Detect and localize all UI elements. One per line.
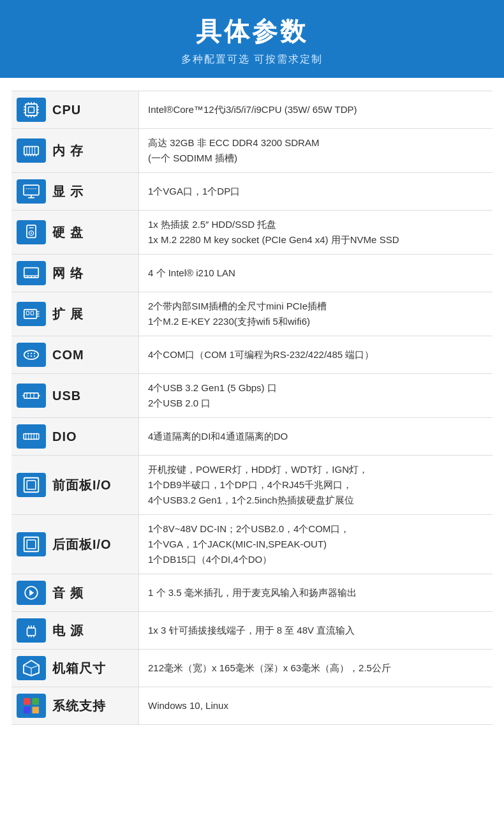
spec-value-line: 4个USB 3.2 Gen1 (5 Gbps) 口 <box>148 382 277 393</box>
spec-label-dimensions: 机箱尺寸 <box>11 650 139 687</box>
dimensions-icon <box>17 656 46 680</box>
svg-point-43 <box>24 350 38 359</box>
page-title: 具体参数 <box>6 14 498 49</box>
spec-value-inner-display: 1个VGA口，1个DP口 <box>148 184 484 199</box>
spec-label-rear-io: 后面板I/O <box>11 515 139 574</box>
svg-point-44 <box>27 353 29 354</box>
spec-row-dimensions: 机箱尺寸212毫米（宽）x 165毫米（深）x 63毫米（高），2.5公斤 <box>11 650 493 687</box>
spec-label-text-usb: USB <box>52 389 81 403</box>
os-icon <box>17 694 46 718</box>
spec-value-rear-io: 1个8V~48V DC-IN；2个USB2.0，4个COM口，1个VGA，1个J… <box>139 515 493 574</box>
svg-line-79 <box>31 666 39 669</box>
spec-value-line: 2个带内部SIM插槽的全尺寸mini PCIe插槽 <box>148 301 327 311</box>
svg-point-49 <box>34 355 35 357</box>
spec-value-os: Windows 10, Linux <box>139 687 493 724</box>
svg-line-78 <box>24 666 31 669</box>
spec-value-com: 4个COM口（COM 1可编程为RS-232/422/485 端口） <box>139 336 493 373</box>
spec-value-line: 1个DB9半破口，1个DP口，4个RJ45千兆网口， <box>148 479 352 490</box>
dio-icon <box>17 424 46 449</box>
spec-value-usb: 4个USB 3.2 Gen1 (5 Gbps) 口2个USB 2.0 口 <box>139 374 493 417</box>
display-icon <box>17 179 46 204</box>
spec-label-text-display: 显 示 <box>52 183 84 200</box>
svg-rect-50 <box>24 393 38 398</box>
spec-value-line: 1x 3 针可插拔接线端子，用于 8 至 48V 直流输入 <box>148 625 355 636</box>
spec-label-text-memory: 内 存 <box>52 142 84 160</box>
header: 具体参数 多种配置可选 可按需求定制 <box>0 0 504 78</box>
svg-rect-82 <box>33 698 40 705</box>
spec-label-storage: 硬 盘 <box>11 211 139 254</box>
spec-row-cpu: CPUIntel®Core™12代i3/i5/i7/i9CPU (35W/ 65… <box>11 91 493 129</box>
spec-label-os: 系统支持 <box>11 687 139 724</box>
spec-value-line: (一个 SODIMM 插槽) <box>148 153 237 163</box>
specs-container: CPUIntel®Core™12代i3/i5/i7/i9CPU (35W/ 65… <box>0 78 504 743</box>
spec-value-inner-usb: 4个USB 3.2 Gen1 (5 Gbps) 口2个USB 2.0 口 <box>148 380 484 411</box>
svg-rect-39 <box>31 311 33 315</box>
front-io-icon <box>17 473 46 497</box>
storage-icon <box>17 220 46 244</box>
svg-rect-38 <box>26 311 29 315</box>
spec-label-expansion: 扩 展 <box>11 292 139 336</box>
svg-rect-37 <box>24 309 37 318</box>
spec-value-display: 1个VGA口，1个DP口 <box>139 173 493 210</box>
spec-value-inner-dimensions: 212毫米（宽）x 165毫米（深）x 63毫米（高），2.5公斤 <box>148 660 484 676</box>
spec-value-line: 1 个 3.5 毫米插孔，用于麦克风输入和扬声器输出 <box>148 587 357 598</box>
spec-value-audio: 1 个 3.5 毫米插孔，用于麦克风输入和扬声器输出 <box>139 574 493 611</box>
spec-label-text-storage: 硬 盘 <box>52 224 84 241</box>
spec-value-line: 高达 32GB 非 ECC DDR4 3200 SDRAM <box>148 137 319 148</box>
spec-row-os: 系统支持Windows 10, Linux <box>11 687 493 725</box>
memory-icon <box>17 138 46 163</box>
cpu-icon <box>17 98 46 122</box>
spec-value-inner-audio: 1 个 3.5 毫米插孔，用于麦克风输入和扬声器输出 <box>148 585 484 600</box>
spec-value-dio: 4通道隔离的DI和4通道隔离的DO <box>139 418 493 455</box>
spec-row-audio: 音 频1 个 3.5 毫米插孔，用于麦克风输入和扬声器输出 <box>11 574 493 612</box>
svg-rect-66 <box>27 540 36 549</box>
spec-label-network: 网 络 <box>11 255 139 292</box>
spec-row-memory: 内 存高达 32GB 非 ECC DDR4 3200 SDRAM(一个 SODI… <box>11 129 493 173</box>
spec-row-usb: USB4个USB 3.2 Gen1 (5 Gbps) 口2个USB 2.0 口 <box>11 374 493 418</box>
svg-rect-0 <box>26 104 37 115</box>
spec-value-storage: 1x 热插拔 2.5″ HDD/SSD 托盘1x M.2 2280 M key … <box>139 211 493 254</box>
spec-value-line: 2个USB 2.0 口 <box>148 398 211 408</box>
spec-value-line: Windows 10, Linux <box>148 700 228 711</box>
spec-value-line: 1个8V~48V DC-IN；2个USB2.0，4个COM口， <box>148 523 350 534</box>
spec-label-com: COM <box>11 336 139 373</box>
spec-value-line: 1个M.2 E-KEY 2230(支持wifi 5和wifi6) <box>148 316 310 327</box>
spec-label-text-audio: 音 频 <box>52 585 84 602</box>
spec-row-com: COM4个COM口（COM 1可编程为RS-232/422/485 端口） <box>11 336 493 374</box>
svg-point-45 <box>31 353 32 354</box>
spec-value-inner-dio: 4通道隔离的DI和4通道隔离的DO <box>148 429 484 444</box>
spec-value-line: 4通道隔离的DI和4通道隔离的DO <box>148 431 288 442</box>
power-icon <box>17 618 46 643</box>
svg-rect-69 <box>27 628 36 636</box>
svg-rect-81 <box>24 698 31 705</box>
svg-rect-14 <box>24 147 38 155</box>
spec-row-dio: DIO4通道隔离的DI和4通道隔离的DO <box>11 418 493 456</box>
expansion-icon <box>17 302 46 326</box>
spec-value-inner-expansion: 2个带内部SIM插槽的全尺寸mini PCIe插槽1个M.2 E-KEY 223… <box>148 299 484 329</box>
spec-label-text-os: 系统支持 <box>52 697 106 715</box>
svg-rect-1 <box>29 107 34 113</box>
spec-value-inner-com: 4个COM口（COM 1可编程为RS-232/422/485 端口） <box>148 347 484 362</box>
spec-value-line: 1个VGA，1个JACK(MIC-IN,SPEAK-OUT) <box>148 539 327 549</box>
network-icon <box>17 261 46 285</box>
spec-value-line: 1个DB15口（4个DI,4个DO） <box>148 554 272 565</box>
spec-value-inner-power: 1x 3 针可插拔接线端子，用于 8 至 48V 直流输入 <box>148 623 484 638</box>
svg-rect-83 <box>24 707 31 714</box>
spec-label-audio: 音 频 <box>11 574 139 611</box>
spec-label-text-front-io: 前面板I/O <box>52 477 112 494</box>
spec-label-text-dimensions: 机箱尺寸 <box>52 660 106 677</box>
spec-value-dimensions: 212毫米（宽）x 165毫米（深）x 63毫米（高），2.5公斤 <box>139 650 493 687</box>
page-subtitle: 多种配置可选 可按需求定制 <box>6 53 498 66</box>
spec-value-inner-rear-io: 1个8V~48V DC-IN；2个USB2.0，4个COM口，1个VGA，1个J… <box>148 521 484 567</box>
spec-label-text-cpu: CPU <box>52 103 81 117</box>
svg-rect-65 <box>24 537 39 552</box>
audio-icon <box>17 581 46 605</box>
spec-value-line: Intel®Core™12代i3/i5/i7/i9CPU (35W/ 65W T… <box>148 104 357 115</box>
spec-label-text-dio: DIO <box>52 429 77 444</box>
spec-value-front-io: 开机按键，POWER灯，HDD灯，WDT灯，IGN灯，1个DB9半破口，1个DP… <box>139 456 493 514</box>
spec-value-power: 1x 3 针可插拔接线端子，用于 8 至 48V 直流输入 <box>139 612 493 649</box>
rear-io-icon <box>17 532 46 556</box>
spec-value-expansion: 2个带内部SIM插槽的全尺寸mini PCIe插槽1个M.2 E-KEY 223… <box>139 292 493 336</box>
spec-label-text-com: COM <box>52 348 84 362</box>
spec-label-front-io: 前面板I/O <box>11 456 139 514</box>
